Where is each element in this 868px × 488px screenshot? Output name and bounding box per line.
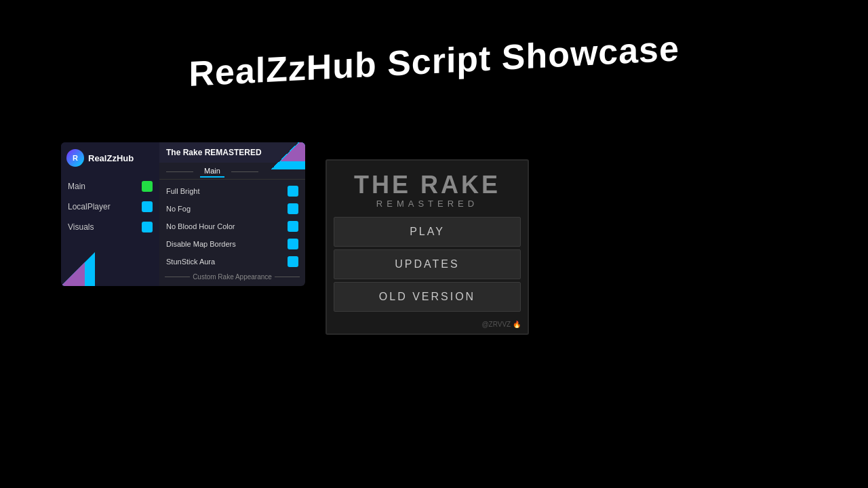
- page-title-wrap: RealZzHub Script Showcase: [0, 41, 868, 81]
- updates-button[interactable]: UPDATES: [334, 249, 521, 279]
- gui-tab-bar: Main: [159, 163, 305, 180]
- gui-row-mapborders: Disable Map Borders: [159, 235, 305, 253]
- gui-row-stunstick: StunStick Aura: [159, 253, 305, 270]
- section-line-left: [165, 277, 190, 277]
- gui-sidebar: R RealZzHub Main LocalPlayer Visuals: [61, 142, 159, 286]
- old-version-button[interactable]: OLD VERSION: [334, 282, 521, 312]
- gui-row-noblood-label: No Blood Hour Color: [166, 222, 235, 230]
- sidebar-deco-triangle-purple: [61, 262, 85, 286]
- gui-row-stunstick-label: StunStick Aura: [166, 258, 215, 266]
- gui-row-fullbright: Full Bright: [159, 182, 305, 200]
- game-panel-header: THE RAKE REMASTERED: [327, 161, 528, 214]
- tab-divider-left: [166, 171, 193, 172]
- gui-items-list: Full Bright No Fog No Blood Hour Color D…: [159, 180, 305, 286]
- gui-content-header: The Rake REMASTERED: [159, 142, 305, 163]
- gui-section-divider-custom: Custom Rake Appearance: [159, 270, 305, 283]
- game-title-line2: REMASTERED: [334, 199, 521, 209]
- gui-row-nofog-label: No Fog: [166, 205, 191, 213]
- gui-row-stunstick-toggle[interactable]: [288, 256, 298, 267]
- sidebar-item-main-label: Main: [68, 182, 85, 191]
- page-title: RealZzHub Script Showcase: [189, 28, 679, 94]
- game-panel: THE RAKE REMASTERED PLAY UPDATES OLD VER…: [326, 159, 529, 335]
- sidebar-item-localplayer-label: LocalPlayer: [68, 202, 111, 211]
- gui-row-mapborders-toggle[interactable]: [288, 239, 298, 249]
- section-line-right: [275, 277, 300, 277]
- gui-logo-letter: R: [73, 154, 78, 162]
- gui-logo-icon: R: [66, 149, 84, 167]
- gui-brand-label: RealZzHub: [88, 153, 134, 163]
- gui-row-fullbright-label: Full Bright: [166, 187, 200, 195]
- sidebar-item-visuals-label: Visuals: [68, 222, 94, 232]
- sidebar-item-localplayer[interactable]: LocalPlayer: [61, 197, 159, 217]
- gui-row-noblood-toggle[interactable]: [288, 221, 298, 232]
- gui-section-label: Custom Rake Appearance: [193, 273, 272, 281]
- gui-content: The Rake REMASTERED Main Full Bright No …: [159, 142, 305, 286]
- gui-row-nofog: No Fog: [159, 200, 305, 218]
- tab-main[interactable]: Main: [200, 165, 224, 178]
- game-panel-footer: @ZRVVZ 🔥: [327, 314, 528, 333]
- gui-row-mapborders-label: Disable Map Borders: [166, 240, 236, 248]
- gui-sidebar-header: R RealZzHub: [61, 142, 159, 174]
- gui-panel: R RealZzHub Main LocalPlayer Visuals The…: [61, 142, 305, 286]
- sidebar-item-visuals[interactable]: Visuals: [61, 217, 159, 237]
- sidebar-main-toggle[interactable]: [142, 181, 153, 192]
- sidebar-item-main[interactable]: Main: [61, 176, 159, 197]
- game-title-line1: THE RAKE: [334, 173, 521, 197]
- gui-game-title: The Rake REMASTERED: [166, 148, 262, 157]
- sidebar-localplayer-toggle[interactable]: [142, 201, 153, 212]
- sidebar-visuals-toggle[interactable]: [142, 222, 153, 232]
- gui-row-nofog-toggle[interactable]: [288, 203, 298, 214]
- gui-row-noblood: No Blood Hour Color: [159, 218, 305, 235]
- gui-row-fullbright-toggle[interactable]: [288, 186, 298, 197]
- tab-divider-right: [231, 171, 258, 172]
- game-watermark: @ZRVVZ 🔥: [481, 321, 521, 328]
- play-button[interactable]: PLAY: [334, 217, 521, 247]
